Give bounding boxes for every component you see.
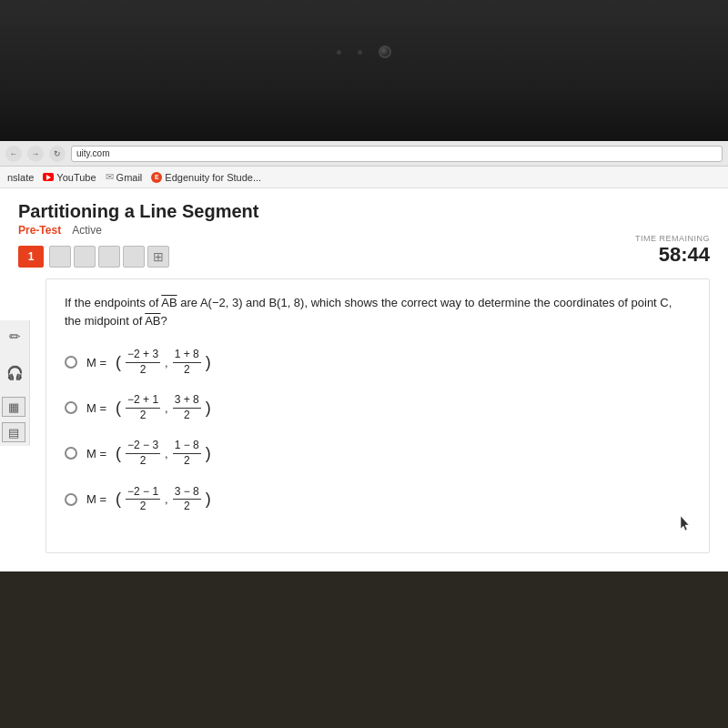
time-label: TIME REMAINING — [635, 234, 710, 243]
refresh-button[interactable]: ↻ — [49, 146, 66, 162]
bookmark-gmail[interactable]: ✉ Gmail — [106, 171, 143, 183]
answer-option-a[interactable]: M = ( −2 + 3 2 , 1 + 8 2 ) — [65, 348, 691, 377]
bookmark-nslate[interactable]: nslate — [7, 172, 34, 183]
youtube-icon — [43, 173, 54, 181]
radio-a[interactable] — [65, 356, 77, 369]
option-c-expr: ( −2 − 3 2 , 1 − 8 2 ) — [116, 439, 211, 468]
question-container: If the endpoints of AB are A(−2, 3) and … — [46, 278, 710, 553]
bookmarks-bar: nslate YouTube ✉ Gmail E Edgenuity for S… — [0, 167, 728, 188]
option-b-label: M = — [86, 401, 106, 415]
webcam-dot-mid — [358, 50, 362, 55]
ab-overline2: AB — [145, 314, 160, 328]
option-b-expr: ( −2 + 1 2 , 3 + 8 2 ) — [116, 393, 211, 422]
time-remaining-widget: TIME REMAINING 58:44 — [635, 234, 710, 267]
radio-d[interactable] — [65, 493, 77, 506]
option-d-expr: ( −2 − 1 2 , 3 − 8 2 ) — [116, 485, 211, 514]
nav-box-2[interactable] — [49, 246, 71, 268]
nav-box-grid[interactable]: ⊞ — [147, 246, 169, 268]
bookmark-edgenuity[interactable]: E Edgenuity for Stude... — [151, 172, 261, 183]
forward-button[interactable]: → — [27, 146, 44, 162]
headphone-icon[interactable]: 🎧 — [2, 360, 27, 386]
fraction-c1: −2 − 3 2 — [126, 439, 160, 468]
page-content-area: TIME REMAINING 58:44 Partitioning a Line… — [0, 188, 728, 571]
webcam-dot-left — [337, 50, 341, 55]
left-sidebar: ✏ 🎧 ▦ ▤ — [0, 320, 30, 446]
fraction-b1: −2 + 1 2 — [126, 393, 160, 422]
gmail-icon: ✉ — [106, 171, 114, 183]
radio-c[interactable] — [65, 447, 77, 460]
calculator-icon[interactable]: ▦ — [2, 397, 25, 417]
answer-option-b[interactable]: M = ( −2 + 1 2 , 3 + 8 2 ) — [65, 393, 691, 422]
nav-box-4[interactable] — [98, 246, 120, 268]
page-title: Partitioning a Line Segment — [18, 201, 710, 222]
pencil-tool-icon[interactable]: ✏ — [2, 324, 27, 349]
pre-test-label: Pre-Test — [18, 224, 61, 237]
webcam-lens — [379, 46, 391, 58]
webcam-area — [337, 46, 391, 58]
option-a-expr: ( −2 + 3 2 , 1 + 8 2 ) — [116, 348, 211, 377]
option-d-label: M = — [86, 492, 106, 506]
address-bar-text: uity.com — [76, 148, 110, 158]
fraction-d2: 3 − 8 2 — [173, 485, 201, 514]
fraction-b2: 3 + 8 2 — [173, 393, 201, 422]
nslate-label: nslate — [7, 172, 34, 183]
question-nav-boxes: ⊞ — [49, 246, 169, 268]
fraction-a1: −2 + 3 2 — [126, 348, 160, 377]
question-nav-area: 1 ⊞ — [18, 246, 710, 268]
option-c-label: M = — [86, 447, 106, 460]
fraction-a2: 1 + 8 2 — [173, 348, 201, 377]
app-wrapper: ← → ↻ uity.com nslate YouTube ✉ Gmail E … — [0, 0, 728, 728]
question-text: If the endpoints of AB are A(−2, 3) and … — [65, 294, 691, 329]
bookmark-youtube[interactable]: YouTube — [43, 172, 96, 183]
edgenuity-label: Edgenuity for Stude... — [165, 172, 261, 183]
page-subtitle: Pre-Test Active — [18, 224, 710, 237]
browser-toolbar: ← → ↻ uity.com — [0, 141, 728, 167]
back-button[interactable]: ← — [5, 146, 22, 162]
address-bar[interactable]: uity.com — [71, 146, 723, 162]
answer-option-c[interactable]: M = ( −2 − 3 2 , 1 − 8 2 ) — [65, 439, 691, 468]
question-number-active[interactable]: 1 — [18, 246, 44, 268]
fraction-d1: −2 − 1 2 — [126, 485, 160, 514]
notepad-icon[interactable]: ▤ — [2, 422, 25, 442]
edgenuity-icon: E — [151, 172, 162, 183]
radio-b[interactable] — [65, 401, 77, 414]
youtube-label: YouTube — [56, 172, 96, 183]
laptop-bezel-top — [0, 0, 728, 146]
gmail-label: Gmail — [116, 172, 143, 183]
screen-content: ← → ↻ uity.com nslate YouTube ✉ Gmail E … — [0, 141, 728, 571]
option-a-label: M = — [86, 356, 106, 369]
fraction-c2: 1 − 8 2 — [173, 439, 201, 468]
nav-box-3[interactable] — [74, 246, 96, 268]
nav-box-5[interactable] — [123, 246, 145, 268]
ab-overline: AB — [161, 296, 177, 309]
active-label: Active — [72, 224, 102, 237]
cursor — [681, 516, 692, 536]
answer-option-d[interactable]: M = ( −2 − 1 2 , 3 − 8 2 ) — [65, 485, 691, 514]
time-value: 58:44 — [635, 243, 710, 267]
